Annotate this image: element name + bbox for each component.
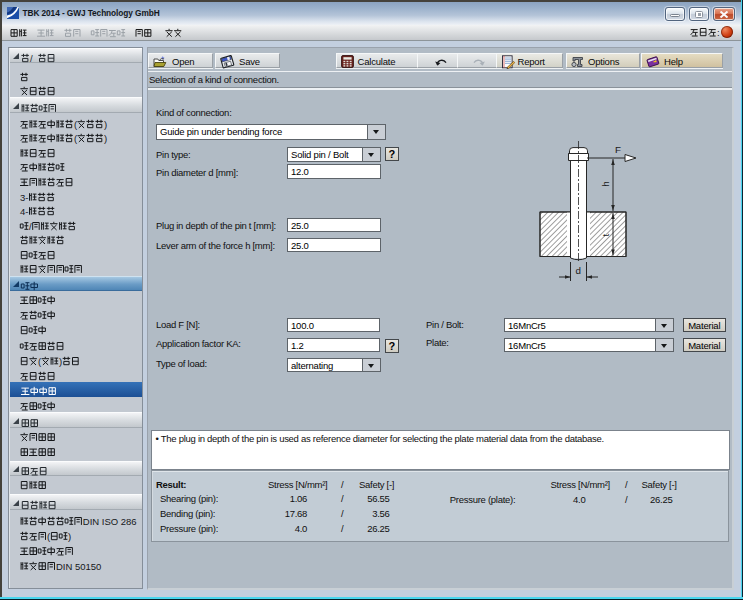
svg-text:(: ( (38, 356, 42, 367)
svg-text:d: d (576, 265, 581, 276)
svg-text:): ) (68, 531, 71, 542)
svg-text::: : (717, 27, 720, 38)
svg-text:h: h (600, 181, 611, 186)
svg-text:DIN ISO 286: DIN ISO 286 (83, 516, 137, 527)
svg-text:): ) (104, 119, 107, 130)
svg-text:/: / (30, 53, 33, 64)
svg-text:DIN 50150: DIN 50150 (56, 561, 101, 572)
svg-text:): ) (59, 356, 62, 367)
svg-text:t: t (600, 233, 611, 236)
svg-text:(: ( (47, 531, 51, 542)
svg-text:4-: 4- (20, 206, 28, 217)
svg-text:(: ( (74, 119, 78, 130)
svg-text:/: / (29, 221, 32, 232)
svg-text:(: ( (74, 134, 78, 145)
svg-text:F: F (615, 144, 621, 155)
svg-text:): ) (104, 134, 107, 145)
svg-text:3-: 3- (20, 192, 28, 203)
